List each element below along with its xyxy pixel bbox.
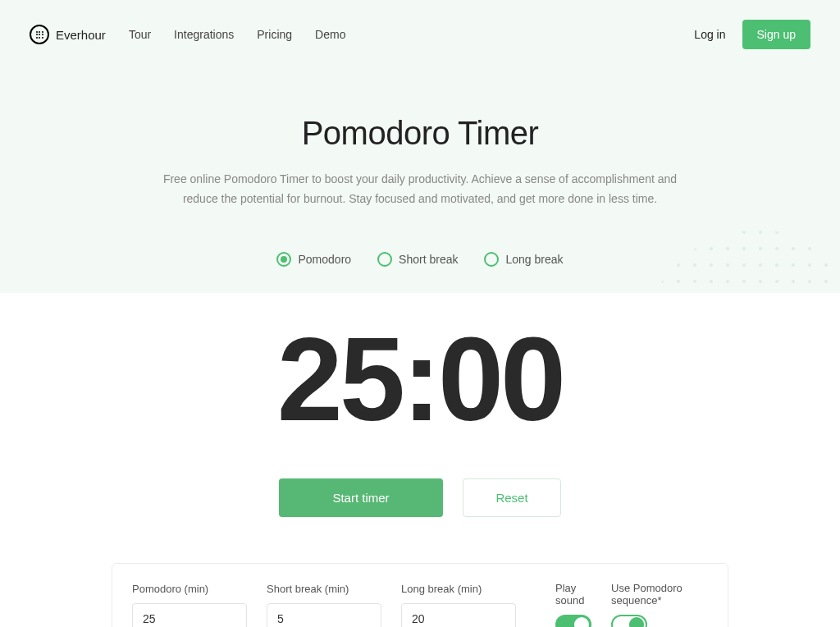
pomodoro-min-input[interactable] (132, 603, 247, 627)
short-break-min-label: Short break (min) (267, 583, 381, 595)
long-break-min-input[interactable] (401, 603, 516, 627)
tab-pomodoro[interactable]: Pomodoro (276, 252, 351, 267)
radio-selected-icon (276, 252, 291, 267)
timer-section: 25:00 Start timer Reset (0, 293, 840, 563)
login-link[interactable]: Log in (694, 28, 725, 41)
tab-label: Long break (505, 253, 563, 266)
start-timer-button[interactable]: Start timer (279, 478, 443, 517)
logo[interactable]: Everhour (30, 25, 106, 44)
nav-demo[interactable]: Demo (315, 28, 345, 41)
tab-label: Short break (399, 253, 458, 266)
tab-label: Pomodoro (298, 253, 351, 266)
play-sound-label: Play sound (555, 582, 596, 606)
long-break-min-label: Long break (min) (401, 583, 516, 595)
logo-icon (30, 25, 49, 44)
mode-tabs: Pomodoro Short break Long break (0, 239, 840, 293)
nav-pricing[interactable]: Pricing (257, 28, 292, 41)
page-description: Free online Pomodoro Timer to boost your… (158, 170, 682, 209)
use-sequence-label: Use Pomodoro sequence* (611, 582, 708, 606)
toggle-knob-icon (574, 617, 589, 627)
settings-card: Pomodoro (min) Short break (min) Long br… (112, 563, 728, 627)
reset-button[interactable]: Reset (463, 478, 561, 517)
main-nav: Tour Integrations Pricing Demo (129, 28, 346, 41)
play-sound-toggle[interactable] (555, 615, 591, 627)
pomodoro-min-label: Pomodoro (min) (132, 583, 247, 595)
header: Everhour Tour Integrations Pricing Demo … (0, 0, 840, 69)
logo-text: Everhour (56, 28, 106, 42)
radio-unselected-icon (484, 252, 499, 267)
tab-short-break[interactable]: Short break (377, 252, 458, 267)
timer-display: 25:00 (0, 321, 840, 439)
nav-integrations[interactable]: Integrations (174, 28, 234, 41)
signup-button[interactable]: Sign up (742, 20, 810, 49)
nav-tour[interactable]: Tour (129, 28, 151, 41)
radio-unselected-icon (377, 252, 392, 267)
tab-long-break[interactable]: Long break (484, 252, 563, 267)
use-sequence-toggle[interactable] (611, 615, 647, 627)
page-title: Pomodoro Timer (98, 115, 742, 152)
toggle-knob-icon (629, 617, 644, 627)
hero: Pomodoro Timer Free online Pomodoro Time… (0, 69, 840, 239)
short-break-min-input[interactable] (267, 603, 381, 627)
